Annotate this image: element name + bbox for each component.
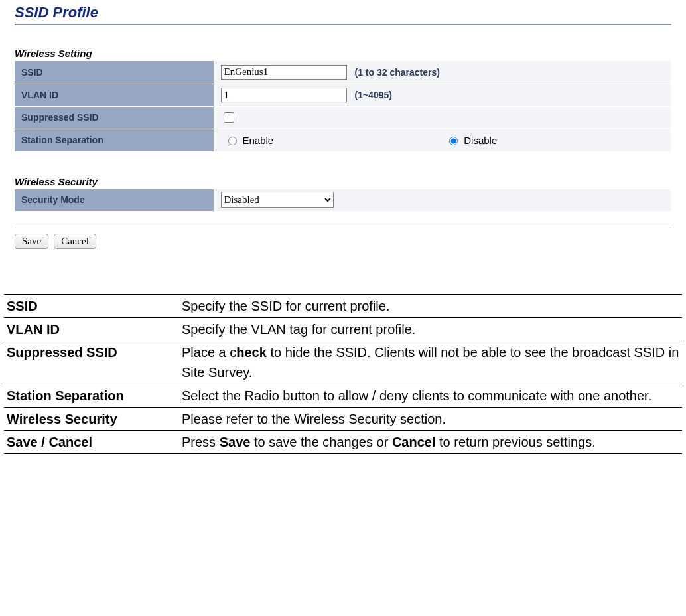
page-title-rule [15,24,671,25]
vlan-label: VLAN ID [15,84,214,106]
station-sep-disable-option[interactable]: Disable [446,135,497,146]
station-separation-row: Station Separation Enable Disable [15,129,671,151]
desc-row-station-sep: Station Separation Select the Radio butt… [4,384,682,408]
description-table: SSID Specify the SSID for current profil… [4,294,682,454]
station-separation-value-cell: Enable Disable [214,129,671,151]
vlan-hint: (1~4095) [355,90,392,100]
station-sep-disable-label: Disable [464,135,497,146]
suppressed-ssid-label: Suppressed SSID [15,106,214,129]
ssid-input[interactable] [221,65,347,80]
desc-text-ssid: Specify the SSID for current profile. [179,295,682,318]
button-row: Save Cancel [15,234,671,262]
desc-label-save-cancel: Save / Cancel [4,431,179,454]
suppressed-ssid-row: Suppressed SSID [15,106,671,129]
wireless-setting-table: SSID (1 to 32 characters) VLAN ID (1~409… [15,61,671,152]
suppressed-ssid-value-cell [214,106,671,129]
desc-label-station-sep: Station Separation [4,384,179,408]
security-mode-label: Security Mode [15,189,214,212]
page-title: SSID Profile [15,4,671,21]
station-separation-label: Station Separation [15,129,214,151]
desc-row-vlan: VLAN ID Specify the VLAN tag for current… [4,318,682,341]
station-sep-enable-radio[interactable] [228,137,237,145]
ssid-row: SSID (1 to 32 characters) [15,61,671,84]
security-mode-row: Security Mode Disabled [15,189,671,212]
description-region: SSID Specify the SSID for current profil… [0,294,686,467]
suppressed-ssid-checkbox[interactable] [224,112,234,123]
desc-text-vlan: Specify the VLAN tag for current profile… [179,318,682,341]
desc-row-suppressed: Suppressed SSID Place a check to hide th… [4,341,682,384]
desc-text-suppressed: Place a check to hide the SSID. Clients … [179,341,682,384]
cancel-button[interactable]: Cancel [54,234,96,249]
ssid-value-cell: (1 to 32 characters) [214,61,671,84]
vlan-row: VLAN ID (1~4095) [15,84,671,106]
config-panel: SSID Profile Wireless Setting SSID (1 to… [0,4,686,262]
vlan-value-cell: (1~4095) [214,84,671,106]
ssid-hint: (1 to 32 characters) [355,67,440,78]
wireless-security-heading: Wireless Security [15,176,671,187]
desc-row-save-cancel: Save / Cancel Press Save to save the cha… [4,431,682,454]
station-sep-enable-label: Enable [243,135,274,146]
ssid-label: SSID [15,61,214,84]
desc-text-station-sep: Select the Radio button to allow / deny … [179,384,682,408]
button-separator [15,228,671,228]
desc-label-vlan: VLAN ID [4,318,179,341]
desc-text-wireless-security: Please refer to the Wireless Security se… [179,408,682,431]
desc-label-suppressed: Suppressed SSID [4,341,179,384]
desc-label-ssid: SSID [4,295,179,318]
desc-row-ssid: SSID Specify the SSID for current profil… [4,295,682,318]
vlan-input[interactable] [221,88,347,102]
desc-row-wireless-security: Wireless Security Please refer to the Wi… [4,408,682,431]
station-sep-enable-option[interactable]: Enable [225,135,274,146]
security-mode-value-cell: Disabled [214,189,671,212]
save-button[interactable]: Save [15,234,48,249]
security-mode-select[interactable]: Disabled [221,192,334,208]
desc-text-save-cancel: Press Save to save the changes or Cancel… [179,431,682,454]
desc-label-wireless-security: Wireless Security [4,408,179,431]
wireless-security-table: Security Mode Disabled [15,189,671,212]
wireless-setting-heading: Wireless Setting [15,48,671,59]
station-sep-disable-radio[interactable] [449,137,458,145]
